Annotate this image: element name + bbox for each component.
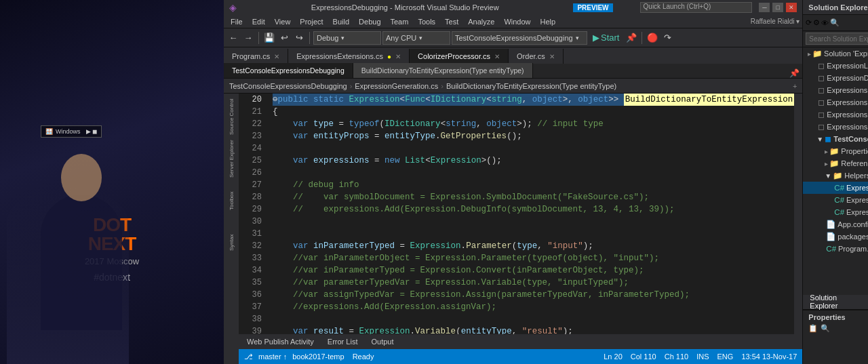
tree-expression-generation-cs[interactable]: C# ExpressionGeneration.cs xyxy=(803,182,868,194)
code-line-26 xyxy=(273,167,794,179)
tree-references-folder[interactable]: ▸ 📁 References xyxy=(803,157,868,169)
right-panel: Solution Explorer 📌 ✕ ⟳ ⚙ 👁 🔍 ▸ 📁 Soluti… xyxy=(802,0,868,364)
props-btn-1[interactable]: 📋 xyxy=(808,324,818,333)
bottom-tab-bar: Web Publish Activity Error List Output xyxy=(239,334,802,349)
status-bar: ⎇ master ↑ book2017-temp Ready Ln 20 Col… xyxy=(239,349,802,364)
tree-expressions-sorcerer-offline[interactable]: ◻ ExpressionsSorcererOfflineViewer xyxy=(803,121,868,133)
status-datetime: 13:54 13-Nov-17 xyxy=(741,352,797,361)
code-scrollbar[interactable] xyxy=(794,94,802,334)
sidebar-server-explorer[interactable]: Server Explorer xyxy=(225,138,237,179)
branch-name: master ↑ xyxy=(258,352,287,361)
code-line-36: //var assignTypedVar = Expression.Assign… xyxy=(273,289,794,301)
presenter-body xyxy=(41,195,122,330)
breadcrumb-part-2[interactable]: ExpressionGeneration.cs xyxy=(355,82,438,90)
main-content: Source Control Server Explorer Toolbox S… xyxy=(224,94,802,364)
code-content[interactable]: ⊖public static Expression<Func<IDictiona… xyxy=(267,94,794,334)
menu-analyze[interactable]: Analyze xyxy=(464,16,498,27)
tree-expression-light[interactable]: ◻ ExpressionLightSerialization xyxy=(803,60,868,72)
toolbar-step-btn[interactable]: ↷ xyxy=(660,31,674,45)
pin-btn[interactable]: 📌 xyxy=(789,68,802,78)
code-line-29: // expressions.Add(Expression.DebugInfo(… xyxy=(273,203,794,216)
tab-output[interactable]: Output xyxy=(368,336,396,347)
se-search-input[interactable] xyxy=(806,33,868,45)
tab-colorizer[interactable]: ColorizerProcessor.cs ✕ xyxy=(410,49,509,64)
toolbar-redo-btn[interactable]: ↪ xyxy=(292,31,306,45)
toolbar-forward-btn[interactable]: → xyxy=(241,31,255,45)
breadcrumb-part-3[interactable]: BuildDictionaryToEntityExpression(Type e… xyxy=(446,82,616,90)
tab-close-program[interactable]: ✕ xyxy=(274,53,279,60)
platform-dropdown[interactable]: Any CPU ▾ xyxy=(382,31,450,45)
tree-program-cs[interactable]: C# Program.cs xyxy=(803,243,868,255)
tab-close-order[interactable]: ✕ xyxy=(549,53,555,60)
line-num-22: 22 xyxy=(239,118,262,130)
menu-build[interactable]: Build xyxy=(329,16,353,27)
toolbar-breakpoint-btn[interactable]: 🔴 xyxy=(646,31,659,45)
tab-expressions-extensions[interactable]: ExpressionsExtensions.cs ● ✕ xyxy=(288,49,410,64)
tab-error-list[interactable]: Error List xyxy=(325,336,361,347)
se-props-btn[interactable]: ⚙ xyxy=(813,18,820,27)
toolbar-undo-btn[interactable]: ↩ xyxy=(277,31,291,45)
se-sync-btn[interactable]: ⟳ xyxy=(806,18,812,27)
menu-project[interactable]: Project xyxy=(296,16,327,27)
tree-expressions-model[interactable]: ◻ ExpressionsModel xyxy=(803,96,868,108)
tree-properties-folder[interactable]: ▸ 📁 Properties xyxy=(803,145,868,157)
props-btn-2[interactable]: 🔍 xyxy=(821,324,830,333)
menu-edit[interactable]: Edit xyxy=(248,16,269,27)
se-filter-btn[interactable]: 🔍 xyxy=(830,18,840,27)
tree-expressions-sorcerer[interactable]: ◻ ExpressionsSorcerer xyxy=(803,108,868,121)
tab-close-colorizer[interactable]: ✕ xyxy=(494,53,500,60)
status-left: ⎇ master ↑ book2017-temp xyxy=(244,352,344,361)
window-controls[interactable]: ─ □ ✕ xyxy=(759,3,797,12)
toolbar-attach-btn[interactable]: 📌 xyxy=(625,31,638,45)
sidebar-toolbox[interactable]: Toolbox xyxy=(225,180,237,221)
tree-solution-root[interactable]: ▸ 📁 Solution 'ExpressionsDebugging' (8 p… xyxy=(803,47,868,60)
tab-close-expressions[interactable]: ✕ xyxy=(395,53,401,60)
tab-test-console[interactable]: TestConsoleExpressionsDebugging xyxy=(224,63,353,78)
se-preview-btn[interactable]: 👁 xyxy=(821,19,829,27)
tab-program-cs[interactable]: Program.cs ✕ xyxy=(224,49,288,64)
code-area[interactable]: 20 21 22 23 24 25 26 27 28 29 30 31 32 3… xyxy=(239,94,802,334)
tree-expression-helper-cs[interactable]: C# ExpressionHelper.cs xyxy=(803,194,868,206)
tab-build-dict[interactable]: BuildDictionaryToEntityExpression(Type e… xyxy=(353,63,533,78)
minimize-button[interactable]: ─ xyxy=(759,3,770,12)
presenter-panel: 🪟 Windows ▶ ◼ DOT NEXT 2017 Moscow #dotn… xyxy=(0,0,224,364)
sidebar-source-control[interactable]: Source Control xyxy=(225,96,237,137)
start-btn[interactable]: ▶ Start xyxy=(589,31,623,45)
tree-packages-config[interactable]: 📄 packages.config xyxy=(803,230,868,243)
tree-expression-debugging-shared[interactable]: ◻ ExpressionDebuggingShared xyxy=(803,72,868,84)
toolbar-save-btn[interactable]: 💾 xyxy=(262,31,276,45)
tab-order[interactable]: Order.cs ✕ xyxy=(509,49,564,64)
menu-file[interactable]: File xyxy=(226,16,247,27)
maximize-button[interactable]: □ xyxy=(772,3,783,12)
document-tab-bar: Program.cs ✕ ExpressionsExtensions.cs ● … xyxy=(224,47,802,64)
breadcrumb-part-1[interactable]: TestConsoleExpressionsDebugging xyxy=(229,82,347,90)
se-tab-team-explorer[interactable]: Team Explorer xyxy=(864,293,868,312)
branch-icon: ⎇ xyxy=(244,352,253,361)
menu-window[interactable]: Window xyxy=(500,16,534,27)
line-num-29: 29 xyxy=(239,203,262,216)
tree-helpers-folder[interactable]: ▼ 📁 Helpers xyxy=(803,169,868,182)
user-name: Raffaele Rialdi ▾ xyxy=(751,18,800,25)
tree-test-console-proj[interactable]: ▼ ◼ TestConsoleExpressionsDebugging xyxy=(803,133,868,145)
menu-test[interactable]: Test xyxy=(441,16,462,27)
menu-view[interactable]: View xyxy=(271,16,295,27)
project-dropdown[interactable]: TestConsoleExpressionsDebugging ▾ xyxy=(452,31,587,45)
menu-debug[interactable]: Debug xyxy=(355,16,384,27)
tree-expression-interop-cs[interactable]: C# ExpressionInterop.cs xyxy=(803,206,868,218)
sidebar-syntax[interactable]: Syntax xyxy=(225,222,237,263)
breadcrumb-expand-btn[interactable]: + xyxy=(793,82,797,90)
tree-expression-debugging-util[interactable]: ◻ ExpressionsDebuggingUtilities xyxy=(803,84,868,96)
visual-studio-area: ◈ ExpressionsDebugging - Microsoft Visua… xyxy=(224,0,802,364)
tree-app-config[interactable]: 📄 App.config xyxy=(803,218,868,230)
close-button[interactable]: ✕ xyxy=(786,3,797,12)
search-box[interactable]: Quick Launch (Ctrl+Q) xyxy=(640,2,753,13)
line-num-36: 36 xyxy=(239,289,262,301)
tab-web-publish[interactable]: Web Publish Activity xyxy=(244,336,317,347)
se-tab-solution-explorer[interactable]: Solution Explorer xyxy=(803,292,864,312)
debug-mode-dropdown[interactable]: Debug ▾ xyxy=(313,31,381,45)
menu-tools[interactable]: Tools xyxy=(414,16,439,27)
menu-team[interactable]: Team xyxy=(387,16,413,27)
menu-help[interactable]: Help xyxy=(536,16,560,27)
toolbar-back-btn[interactable]: ← xyxy=(226,31,240,45)
status-col: Col 110 xyxy=(631,352,656,361)
